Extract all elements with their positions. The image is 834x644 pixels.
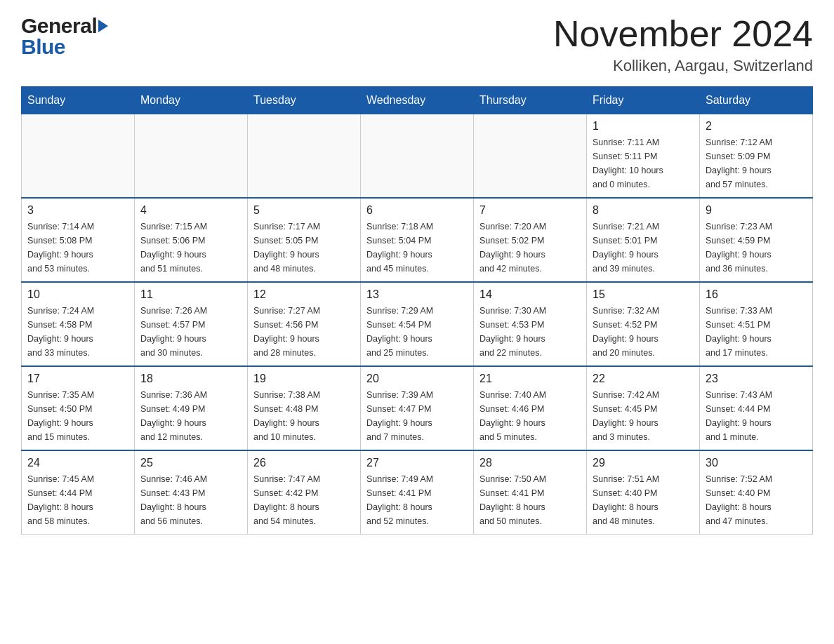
calendar-cell: 27Sunrise: 7:49 AMSunset: 4:41 PMDayligh… — [361, 450, 474, 535]
day-number: 15 — [593, 288, 694, 301]
calendar-cell: 16Sunrise: 7:33 AMSunset: 4:51 PMDayligh… — [700, 282, 813, 366]
week-row-2: 3Sunrise: 7:14 AMSunset: 5:08 PMDaylight… — [22, 198, 813, 282]
day-info: Sunrise: 7:50 AMSunset: 4:41 PMDaylight:… — [479, 472, 581, 528]
day-number: 16 — [706, 288, 807, 301]
day-info: Sunrise: 7:42 AMSunset: 4:45 PMDaylight:… — [593, 388, 694, 444]
calendar-cell: 18Sunrise: 7:36 AMSunset: 4:49 PMDayligh… — [135, 366, 248, 450]
calendar-cell: 1Sunrise: 7:11 AMSunset: 5:11 PMDaylight… — [587, 114, 700, 199]
calendar-cell: 23Sunrise: 7:43 AMSunset: 4:44 PMDayligh… — [700, 366, 813, 450]
calendar-subtitle: Kolliken, Aargau, Switzerland — [553, 57, 813, 75]
calendar-cell: 12Sunrise: 7:27 AMSunset: 4:56 PMDayligh… — [248, 282, 361, 366]
day-number: 27 — [366, 457, 468, 469]
calendar-cell: 7Sunrise: 7:20 AMSunset: 5:02 PMDaylight… — [474, 198, 587, 282]
logo-arrow-icon — [98, 20, 108, 32]
day-info: Sunrise: 7:30 AMSunset: 4:53 PMDaylight:… — [479, 304, 581, 360]
day-number: 2 — [706, 120, 807, 133]
calendar-cell — [361, 114, 474, 199]
calendar-cell: 29Sunrise: 7:51 AMSunset: 4:40 PMDayligh… — [587, 450, 700, 535]
day-number: 18 — [140, 373, 241, 385]
calendar-cell: 13Sunrise: 7:29 AMSunset: 4:54 PMDayligh… — [361, 282, 474, 366]
header-day-monday: Monday — [135, 87, 248, 114]
day-info: Sunrise: 7:21 AMSunset: 5:01 PMDaylight:… — [593, 220, 694, 276]
day-info: Sunrise: 7:18 AMSunset: 5:04 PMDaylight:… — [366, 220, 468, 276]
calendar-title: November 2024 — [553, 14, 813, 54]
day-number: 8 — [593, 204, 694, 217]
calendar-cell: 15Sunrise: 7:32 AMSunset: 4:52 PMDayligh… — [587, 282, 700, 366]
logo: General Blue — [21, 14, 108, 59]
calendar-cell: 22Sunrise: 7:42 AMSunset: 4:45 PMDayligh… — [587, 366, 700, 450]
day-number: 11 — [140, 288, 241, 301]
day-info: Sunrise: 7:26 AMSunset: 4:57 PMDaylight:… — [140, 304, 241, 360]
calendar-cell: 24Sunrise: 7:45 AMSunset: 4:44 PMDayligh… — [22, 450, 135, 535]
day-info: Sunrise: 7:20 AMSunset: 5:02 PMDaylight:… — [479, 220, 581, 276]
calendar-cell: 5Sunrise: 7:17 AMSunset: 5:05 PMDaylight… — [248, 198, 361, 282]
day-info: Sunrise: 7:17 AMSunset: 5:05 PMDaylight:… — [253, 220, 355, 276]
calendar-header: SundayMondayTuesdayWednesdayThursdayFrid… — [22, 87, 813, 114]
day-number: 7 — [479, 204, 581, 217]
calendar-cell — [474, 114, 587, 199]
day-number: 24 — [27, 457, 128, 469]
calendar-cell — [248, 114, 361, 199]
day-number: 1 — [593, 120, 694, 133]
day-number: 4 — [140, 204, 241, 217]
calendar-cell — [22, 114, 135, 199]
day-number: 28 — [479, 457, 581, 469]
day-info: Sunrise: 7:15 AMSunset: 5:06 PMDaylight:… — [140, 220, 241, 276]
calendar-cell: 19Sunrise: 7:38 AMSunset: 4:48 PMDayligh… — [248, 366, 361, 450]
day-number: 3 — [27, 204, 128, 217]
calendar-cell: 9Sunrise: 7:23 AMSunset: 4:59 PMDaylight… — [700, 198, 813, 282]
day-info: Sunrise: 7:14 AMSunset: 5:08 PMDaylight:… — [27, 220, 128, 276]
day-number: 12 — [253, 288, 355, 301]
day-number: 29 — [593, 457, 694, 469]
day-number: 10 — [27, 288, 128, 301]
calendar-cell: 28Sunrise: 7:50 AMSunset: 4:41 PMDayligh… — [474, 450, 587, 535]
week-row-4: 17Sunrise: 7:35 AMSunset: 4:50 PMDayligh… — [22, 366, 813, 450]
day-number: 30 — [706, 457, 807, 469]
calendar-cell: 2Sunrise: 7:12 AMSunset: 5:09 PMDaylight… — [700, 114, 813, 199]
page-header: General Blue November 2024 Kolliken, Aar… — [21, 14, 813, 75]
calendar-cell: 21Sunrise: 7:40 AMSunset: 4:46 PMDayligh… — [474, 366, 587, 450]
day-info: Sunrise: 7:51 AMSunset: 4:40 PMDaylight:… — [593, 472, 694, 528]
day-number: 19 — [253, 373, 355, 385]
day-number: 6 — [366, 204, 468, 217]
day-info: Sunrise: 7:12 AMSunset: 5:09 PMDaylight:… — [706, 135, 807, 192]
day-info: Sunrise: 7:24 AMSunset: 4:58 PMDaylight:… — [27, 304, 128, 360]
calendar-cell: 3Sunrise: 7:14 AMSunset: 5:08 PMDaylight… — [22, 198, 135, 282]
day-number: 23 — [706, 373, 807, 385]
calendar-cell: 17Sunrise: 7:35 AMSunset: 4:50 PMDayligh… — [22, 366, 135, 450]
header-day-sunday: Sunday — [22, 87, 135, 114]
day-number: 26 — [253, 457, 355, 469]
calendar-table: SundayMondayTuesdayWednesdayThursdayFrid… — [21, 86, 813, 535]
header-day-tuesday: Tuesday — [248, 87, 361, 114]
day-info: Sunrise: 7:40 AMSunset: 4:46 PMDaylight:… — [479, 388, 581, 444]
calendar-cell: 20Sunrise: 7:39 AMSunset: 4:47 PMDayligh… — [361, 366, 474, 450]
day-number: 17 — [27, 373, 128, 385]
logo-blue-text: Blue — [21, 35, 108, 59]
title-area: November 2024 Kolliken, Aargau, Switzerl… — [553, 14, 813, 75]
calendar-cell: 4Sunrise: 7:15 AMSunset: 5:06 PMDaylight… — [135, 198, 248, 282]
calendar-cell: 8Sunrise: 7:21 AMSunset: 5:01 PMDaylight… — [587, 198, 700, 282]
day-number: 25 — [140, 457, 241, 469]
day-info: Sunrise: 7:36 AMSunset: 4:49 PMDaylight:… — [140, 388, 241, 444]
day-info: Sunrise: 7:29 AMSunset: 4:54 PMDaylight:… — [366, 304, 468, 360]
calendar-body: 1Sunrise: 7:11 AMSunset: 5:11 PMDaylight… — [22, 114, 813, 535]
calendar-cell: 26Sunrise: 7:47 AMSunset: 4:42 PMDayligh… — [248, 450, 361, 535]
day-number: 5 — [253, 204, 355, 217]
calendar-cell: 25Sunrise: 7:46 AMSunset: 4:43 PMDayligh… — [135, 450, 248, 535]
day-info: Sunrise: 7:45 AMSunset: 4:44 PMDaylight:… — [27, 472, 128, 528]
day-info: Sunrise: 7:38 AMSunset: 4:48 PMDaylight:… — [253, 388, 355, 444]
day-number: 20 — [366, 373, 468, 385]
week-row-3: 10Sunrise: 7:24 AMSunset: 4:58 PMDayligh… — [22, 282, 813, 366]
calendar-cell: 30Sunrise: 7:52 AMSunset: 4:40 PMDayligh… — [700, 450, 813, 535]
day-number: 14 — [479, 288, 581, 301]
day-number: 9 — [706, 204, 807, 217]
day-info: Sunrise: 7:49 AMSunset: 4:41 PMDaylight:… — [366, 472, 468, 528]
header-day-wednesday: Wednesday — [361, 87, 474, 114]
header-day-friday: Friday — [587, 87, 700, 114]
header-day-saturday: Saturday — [700, 87, 813, 114]
day-number: 22 — [593, 373, 694, 385]
day-number: 13 — [366, 288, 468, 301]
calendar-cell: 14Sunrise: 7:30 AMSunset: 4:53 PMDayligh… — [474, 282, 587, 366]
calendar-cell — [135, 114, 248, 199]
day-info: Sunrise: 7:39 AMSunset: 4:47 PMDaylight:… — [366, 388, 468, 444]
